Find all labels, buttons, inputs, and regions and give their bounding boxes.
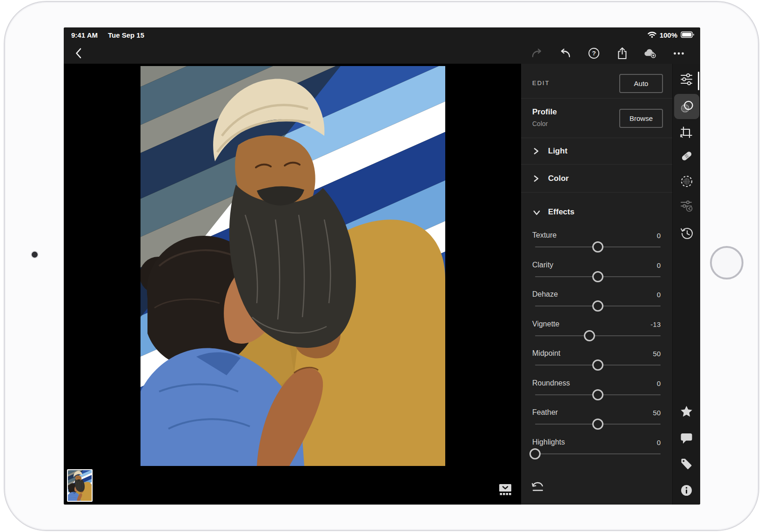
profile-row: Profile Color Browse (521, 99, 672, 138)
slider-label: Vignette (532, 320, 559, 328)
copy-settings-icon[interactable] (680, 199, 693, 212)
chevron-right-icon (533, 175, 539, 182)
section-color[interactable]: Color (521, 165, 672, 193)
question-circle-icon[interactable]: ? (587, 47, 600, 60)
slider-track[interactable] (535, 335, 661, 336)
slider-value: -13 (650, 320, 661, 328)
back-button[interactable] (70, 46, 86, 61)
slider-knob[interactable] (592, 241, 603, 253)
star-icon[interactable] (680, 405, 693, 418)
panel-title: EDIT (532, 80, 550, 86)
comment-bubble-icon[interactable] (680, 432, 693, 445)
slider-clarity: Clarity 0 (521, 255, 672, 285)
slider-track[interactable] (535, 424, 661, 425)
share-icon[interactable] (616, 47, 629, 60)
filmstrip-toggle-icon[interactable] (498, 483, 512, 496)
battery-icon (681, 31, 695, 40)
crop-icon[interactable] (680, 126, 693, 139)
slider-knob[interactable] (592, 419, 603, 430)
slider-knob[interactable] (592, 389, 603, 400)
profile-label: Profile (532, 107, 557, 117)
effects-sliders: Texture 0 Clarity 0 Dehaze 0 (521, 225, 672, 461)
slider-value: 0 (657, 379, 661, 387)
edit-panel: EDIT Auto Profile Color Browse Light (521, 64, 672, 505)
slider-track[interactable] (535, 276, 661, 277)
slider-highlights: Highlights 0 (521, 432, 672, 462)
home-button[interactable] (710, 246, 743, 279)
slider-knob[interactable] (592, 359, 603, 371)
overlap-circles-icon[interactable] (680, 100, 693, 113)
info-circle-icon[interactable] (680, 484, 693, 497)
cloud-add-icon[interactable] (644, 47, 657, 60)
ipad-device: 9:41 AM Tue Sep 15 100% (4, 1, 759, 531)
undo-edits-icon[interactable] (531, 481, 546, 493)
slider-label: Midpoint (532, 349, 560, 358)
section-effects[interactable]: Effects (521, 193, 672, 225)
chevron-right-icon (533, 148, 539, 154)
slider-label: Roundness (532, 379, 570, 387)
section-light[interactable]: Light (521, 138, 672, 165)
slider-label: Feather (532, 408, 558, 417)
toolbar: ? (64, 43, 700, 64)
redo-arrow-icon[interactable] (530, 47, 543, 60)
tag-icon[interactable] (680, 457, 693, 470)
slider-value: 50 (653, 409, 661, 417)
photo-thumbnail[interactable] (67, 469, 93, 502)
photo-canvas[interactable] (64, 64, 521, 505)
slider-knob[interactable] (529, 448, 541, 459)
section-label: Color (548, 174, 569, 183)
profile-value: Color (532, 120, 548, 127)
scroll-indicator (698, 72, 699, 90)
photo[interactable] (141, 66, 445, 466)
chevron-down-icon (533, 209, 539, 215)
slider-track[interactable] (535, 246, 661, 247)
slider-value: 0 (657, 291, 661, 299)
wifi-icon (648, 31, 656, 40)
slider-label: Clarity (532, 261, 553, 269)
edit-header-row: EDIT Auto (521, 68, 672, 99)
camera-icon (32, 252, 38, 258)
ellipsis-icon[interactable] (672, 47, 685, 60)
slider-knob[interactable] (592, 271, 603, 282)
browse-button[interactable]: Browse (619, 109, 663, 128)
slider-midpoint: Midpoint 50 (521, 343, 672, 373)
slider-track[interactable] (535, 365, 661, 366)
status-date: Tue Sep 15 (108, 31, 144, 39)
undo-arrow-icon[interactable] (559, 47, 572, 60)
slider-value: 0 (657, 261, 661, 269)
tool-rail (672, 64, 700, 505)
masking-circle-icon[interactable] (680, 175, 693, 188)
status-bar: 9:41 AM Tue Sep 15 100% (64, 27, 700, 43)
section-label: Effects (548, 207, 575, 217)
svg-text:?: ? (592, 50, 596, 57)
status-time: 9:41 AM (71, 31, 98, 39)
slider-value: 0 (657, 439, 661, 446)
sliders-icon[interactable] (680, 73, 693, 86)
auto-button[interactable]: Auto (619, 74, 663, 93)
slider-dehaze: Dehaze 0 (521, 284, 672, 314)
slider-knob[interactable] (584, 330, 595, 341)
history-clock-icon[interactable] (680, 227, 693, 240)
slider-track[interactable] (535, 453, 661, 454)
page: 9:41 AM Tue Sep 15 100% (0, 0, 763, 532)
slider-value: 0 (657, 232, 661, 239)
slider-value: 50 (653, 350, 661, 358)
slider-texture: Texture 0 (521, 225, 672, 255)
slider-label: Dehaze (532, 290, 558, 299)
screen: 9:41 AM Tue Sep 15 100% (64, 27, 700, 505)
slider-knob[interactable] (592, 300, 603, 312)
slider-vignette: Vignette -13 (521, 314, 672, 344)
slider-label: Highlights (532, 438, 565, 446)
slider-feather: Feather 50 (521, 402, 672, 432)
healing-bandaid-icon[interactable] (680, 149, 693, 162)
slider-label: Texture (532, 231, 556, 239)
battery-percent: 100% (660, 31, 677, 39)
slider-track[interactable] (535, 306, 661, 306)
slider-roundness: Roundness 0 (521, 373, 672, 403)
slider-track[interactable] (535, 394, 661, 395)
section-label: Light (548, 146, 568, 156)
